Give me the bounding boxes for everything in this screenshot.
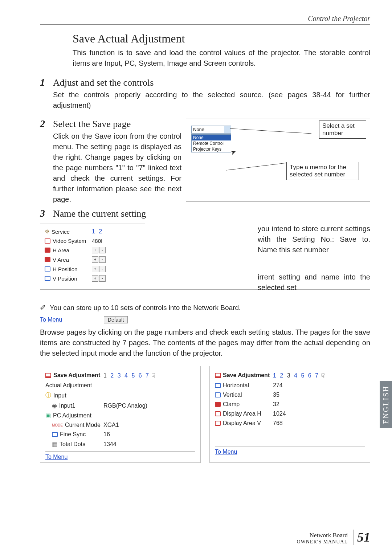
svg-line-1 bbox=[226, 163, 286, 170]
step-3-header: 3 Name the current setting bbox=[40, 208, 181, 219]
card-b-title: Save Adjustment bbox=[215, 372, 273, 379]
dropdown-option-none[interactable]: None bbox=[192, 135, 231, 140]
step-1-number: 1 bbox=[40, 77, 49, 88]
page-footer: Network Board OWNER'S MANUAL 51 bbox=[297, 530, 370, 545]
step-3-body-b: irrent setting and name into the selecte… bbox=[258, 273, 370, 291]
plus-button[interactable]: + bbox=[92, 256, 98, 263]
h-position-label: H Position bbox=[45, 266, 92, 272]
service-mini-card: ⚙ Service 1 2 Video System 480I H Area +… bbox=[40, 224, 145, 287]
mode-icon: MODE bbox=[52, 423, 63, 427]
display-v-icon bbox=[215, 421, 221, 426]
step-2-title: Select the Save page bbox=[53, 119, 131, 130]
pc-adjustment-label: ▣ PC Adjustment bbox=[45, 412, 103, 419]
to-menu-link[interactable]: To Menu bbox=[40, 317, 62, 323]
v-area-label: V Area bbox=[45, 257, 92, 263]
card-a-title: Save Adjustment bbox=[45, 372, 103, 379]
save-panel-screenshot: None None Remote Control Projector Keys … bbox=[186, 118, 370, 201]
section-intro: This function is to save and load the co… bbox=[73, 48, 370, 69]
plus-button[interactable]: + bbox=[92, 275, 98, 282]
video-icon bbox=[45, 238, 50, 244]
dropdown-option-keys[interactable]: Projector Keys bbox=[192, 146, 231, 152]
h-area-icon bbox=[45, 248, 50, 253]
to-menu-link[interactable]: To Menu bbox=[45, 454, 68, 460]
v-area-stepper[interactable]: + - bbox=[92, 256, 140, 263]
v-position-stepper[interactable]: + - bbox=[92, 275, 140, 282]
minus-button[interactable]: - bbox=[99, 275, 106, 282]
language-tab-english: ENGLISH bbox=[380, 381, 392, 428]
vertical-value: 35 bbox=[273, 392, 365, 398]
v-area-icon bbox=[45, 257, 50, 262]
step-2-number: 2 bbox=[40, 118, 49, 130]
minus-button[interactable]: - bbox=[99, 256, 106, 263]
display-area-v-label: Display Area V bbox=[215, 420, 273, 427]
horizontal-value: 274 bbox=[273, 382, 365, 389]
plus-button[interactable]: + bbox=[92, 266, 98, 272]
h-position-stepper[interactable]: + - bbox=[92, 266, 140, 272]
display-h-icon bbox=[215, 411, 221, 416]
card-b-pages[interactable]: 1 2 3 4 5 6 7 ☟ bbox=[273, 371, 365, 379]
save-adjustment-card-1: Save Adjustment 1 2 3 4 5 6 7 ☟ Actual A… bbox=[40, 366, 201, 463]
step-2-header: 2 Select the Save page bbox=[40, 118, 181, 130]
input1-label: ◉ Input1 bbox=[45, 402, 103, 409]
to-menu-link[interactable]: To Menu bbox=[215, 449, 237, 455]
vertical-icon bbox=[215, 392, 221, 397]
fine-sync-label: Fine Sync bbox=[45, 431, 103, 438]
step-3-title: Name the current setting bbox=[53, 208, 146, 219]
footer-manual: OWNER'S MANUAL bbox=[297, 539, 348, 545]
footer-product: Network Board bbox=[297, 532, 348, 539]
fine-sync-icon bbox=[52, 432, 58, 437]
svg-line-0 bbox=[230, 128, 311, 134]
divider bbox=[215, 446, 365, 446]
page-number: 51 bbox=[354, 530, 370, 545]
set-number-dropdown[interactable]: None bbox=[191, 126, 231, 134]
current-mode-label: MODE Current Mode bbox=[45, 422, 103, 428]
video-system-value: 480I bbox=[92, 238, 140, 244]
input1-value: RGB(PC Analog) bbox=[103, 403, 195, 409]
current-mode-value: XGA1 bbox=[103, 422, 195, 428]
info-icon: ⓘ bbox=[45, 392, 51, 399]
video-system-label: Video System bbox=[45, 238, 92, 244]
hand-cursor-icon: ☟ bbox=[151, 372, 155, 380]
callout-line-2 bbox=[226, 158, 288, 172]
monitor-icon: ▣ bbox=[45, 412, 51, 419]
h-area-label: H Area bbox=[45, 247, 92, 253]
clamp-value: 32 bbox=[273, 401, 365, 408]
browse-description: Browse pages by clicking on the page num… bbox=[40, 327, 370, 359]
breadcrumb: Control the Projector bbox=[40, 15, 370, 25]
fine-sync-value: 16 bbox=[103, 431, 195, 438]
total-dots-value: 1344 bbox=[103, 441, 195, 448]
cursor-icon: ➤ bbox=[229, 147, 237, 157]
total-dots-label: ▦ Total Dots bbox=[45, 441, 103, 448]
storage-note: ✐ You can store up to 10 sets of control… bbox=[40, 298, 370, 312]
default-button[interactable]: Default bbox=[104, 316, 128, 323]
step-1-body: Set the controls properly according to t… bbox=[53, 90, 370, 111]
hand-cursor-icon: ☟ bbox=[321, 372, 325, 380]
dots-icon: ▦ bbox=[52, 441, 57, 448]
horizontal-icon bbox=[215, 383, 221, 388]
clamp-icon bbox=[215, 402, 221, 407]
minus-button[interactable]: - bbox=[99, 247, 106, 253]
divider bbox=[45, 451, 195, 452]
h-position-icon bbox=[45, 266, 50, 272]
dropdown-option-remote[interactable]: Remote Control bbox=[192, 140, 231, 146]
callout-line-1 bbox=[230, 127, 313, 138]
step-3-number: 3 bbox=[40, 208, 49, 219]
globe-icon: ◉ bbox=[52, 402, 57, 409]
callout-select-set: Select a set number bbox=[319, 121, 366, 139]
card-a-pages[interactable]: 1 2 3 4 5 6 7 ☟ bbox=[103, 371, 195, 379]
display-area-h-label: Display Area H bbox=[215, 411, 273, 417]
display-area-h-value: 1024 bbox=[273, 411, 365, 417]
h-area-stepper[interactable]: + - bbox=[92, 247, 140, 253]
v-position-label: V Position bbox=[45, 276, 92, 282]
section-title: Save Actual Adjustment bbox=[73, 32, 370, 45]
save-adjustment-card-2: Save Adjustment 1 2 3 4 5 6 7 ☟ Horizont… bbox=[209, 366, 370, 463]
display-area-v-value: 768 bbox=[273, 420, 365, 427]
save-icon bbox=[45, 373, 51, 378]
minus-button[interactable]: - bbox=[99, 266, 106, 272]
plus-button[interactable]: + bbox=[92, 247, 98, 253]
clamp-label: Clamp bbox=[215, 401, 273, 408]
note-icon: ✐ bbox=[40, 304, 46, 311]
service-pages[interactable]: 1 2 bbox=[92, 228, 140, 235]
set-number-dropdown-list[interactable]: None Remote Control Projector Keys bbox=[191, 134, 231, 152]
v-position-icon bbox=[45, 276, 50, 281]
